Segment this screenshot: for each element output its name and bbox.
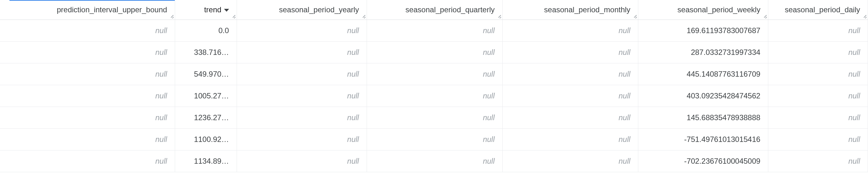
column-resize-handle[interactable] <box>862 14 866 18</box>
cell-bound[interactable]: null <box>9 20 175 41</box>
cell-yearly[interactable]: null <box>237 128 367 150</box>
cell-bound[interactable]: null <box>9 150 175 172</box>
cell-quarterly[interactable]: null <box>367 41 502 63</box>
cell-weekly[interactable]: -702.23676100045009 <box>638 150 768 172</box>
cell-value: 0.0 <box>218 26 229 35</box>
cell-bound[interactable]: null <box>9 63 175 85</box>
column-header-label: seasonal_period_weekly <box>677 5 761 14</box>
cell-quarterly[interactable]: null <box>367 150 502 172</box>
cell-value: 403.09235428474562 <box>687 92 761 100</box>
null-value: null <box>483 70 494 78</box>
table-row: null338.716…nullnullnull287.033273199733… <box>0 41 868 63</box>
column-header-label: seasonal_period_quarterly <box>405 5 495 14</box>
sort-descending-icon <box>224 9 229 12</box>
table-row: null1100.92…nullnullnull-751.49761013015… <box>0 128 868 150</box>
cell-trend[interactable]: 1100.92… <box>175 128 237 150</box>
column-resize-handle[interactable] <box>762 14 767 18</box>
cell-daily[interactable]: null <box>768 128 868 150</box>
cell-daily[interactable]: null <box>768 85 868 107</box>
column-header-quarterly[interactable]: seasonal_period_quarterly <box>367 0 502 20</box>
null-value: null <box>618 113 630 122</box>
column-resize-handle[interactable] <box>231 14 236 18</box>
cell-trend[interactable]: 1134.89… <box>175 150 237 172</box>
cell-trend[interactable]: 338.716… <box>175 41 237 63</box>
cell-yearly[interactable]: null <box>237 85 367 107</box>
cell-weekly[interactable]: 169.61193783007687 <box>638 20 768 41</box>
column-header-label: seasonal_period_monthly <box>544 5 630 14</box>
table-row: null549.970…nullnullnull445.140877631167… <box>0 63 868 85</box>
column-header-bound[interactable]: prediction_interval_upper_bound <box>9 0 175 20</box>
column-resize-handle[interactable] <box>632 14 637 18</box>
row-gutter <box>0 128 9 150</box>
null-value: null <box>347 48 359 57</box>
cell-quarterly[interactable]: null <box>367 63 502 85</box>
table-header-row: prediction_interval_upper_boundtrendseas… <box>0 0 868 20</box>
cell-yearly[interactable]: null <box>237 63 367 85</box>
null-value: null <box>347 113 359 122</box>
row-gutter <box>0 41 9 63</box>
null-value: null <box>347 135 359 143</box>
cell-trend[interactable]: 549.970… <box>175 63 237 85</box>
null-value: null <box>848 48 860 57</box>
cell-monthly[interactable]: null <box>502 85 638 107</box>
null-value: null <box>483 26 494 35</box>
cell-monthly[interactable]: null <box>502 41 638 63</box>
null-value: null <box>483 113 494 122</box>
column-header-trend[interactable]: trend <box>175 0 237 20</box>
cell-weekly[interactable]: 287.0332731997334 <box>638 41 768 63</box>
column-header-monthly[interactable]: seasonal_period_monthly <box>502 0 638 20</box>
cell-daily[interactable]: null <box>768 150 868 172</box>
cell-yearly[interactable]: null <box>237 150 367 172</box>
column-header-yearly[interactable]: seasonal_period_yearly <box>237 0 367 20</box>
cell-monthly[interactable]: null <box>502 128 638 150</box>
column-resize-handle[interactable] <box>169 14 174 18</box>
cell-yearly[interactable]: null <box>237 107 367 128</box>
table-row: null1005.27…nullnullnull403.092354284745… <box>0 85 868 107</box>
cell-value: 1134.89… <box>194 157 229 165</box>
cell-weekly[interactable]: -751.49761013015416 <box>638 128 768 150</box>
table-row: null0.0nullnullnull169.61193783007687nul… <box>0 20 868 41</box>
cell-trend[interactable]: 0.0 <box>175 20 237 41</box>
cell-trend[interactable]: 1005.27… <box>175 85 237 107</box>
cell-daily[interactable]: null <box>768 107 868 128</box>
cell-yearly[interactable]: null <box>237 41 367 63</box>
cell-bound[interactable]: null <box>9 107 175 128</box>
null-value: null <box>155 92 167 100</box>
cell-daily[interactable]: null <box>768 20 868 41</box>
row-gutter-header <box>0 0 9 20</box>
column-header-label: seasonal_period_yearly <box>279 5 359 14</box>
cell-monthly[interactable]: null <box>502 150 638 172</box>
cell-quarterly[interactable]: null <box>367 128 502 150</box>
null-value: null <box>483 135 494 143</box>
cell-daily[interactable]: null <box>768 41 868 63</box>
cell-weekly[interactable]: 445.14087763116709 <box>638 63 768 85</box>
row-gutter <box>0 20 9 41</box>
results-table-container: prediction_interval_upper_boundtrendseas… <box>0 0 868 172</box>
cell-value: 1005.27… <box>194 92 229 100</box>
null-value: null <box>848 92 860 100</box>
table-row: null1236.27…nullnullnull145.688354789388… <box>0 107 868 128</box>
column-header-label: seasonal_period_daily <box>785 5 860 14</box>
cell-quarterly[interactable]: null <box>367 20 502 41</box>
cell-monthly[interactable]: null <box>502 107 638 128</box>
null-value: null <box>618 157 630 165</box>
cell-bound[interactable]: null <box>9 85 175 107</box>
cell-trend[interactable]: 1236.27… <box>175 107 237 128</box>
cell-weekly[interactable]: 145.68835478938888 <box>638 107 768 128</box>
column-resize-handle[interactable] <box>497 14 501 18</box>
column-header-daily[interactable]: seasonal_period_daily <box>768 0 868 20</box>
cell-daily[interactable]: null <box>768 63 868 85</box>
null-value: null <box>848 135 860 143</box>
cell-quarterly[interactable]: null <box>367 107 502 128</box>
column-header-weekly[interactable]: seasonal_period_weekly <box>638 0 768 20</box>
column-resize-handle[interactable] <box>361 14 365 18</box>
cell-weekly[interactable]: 403.09235428474562 <box>638 85 768 107</box>
cell-bound[interactable]: null <box>9 128 175 150</box>
null-value: null <box>155 135 167 143</box>
null-value: null <box>155 157 167 165</box>
cell-monthly[interactable]: null <box>502 63 638 85</box>
cell-quarterly[interactable]: null <box>367 85 502 107</box>
cell-bound[interactable]: null <box>9 41 175 63</box>
cell-monthly[interactable]: null <box>502 20 638 41</box>
cell-yearly[interactable]: null <box>237 20 367 41</box>
